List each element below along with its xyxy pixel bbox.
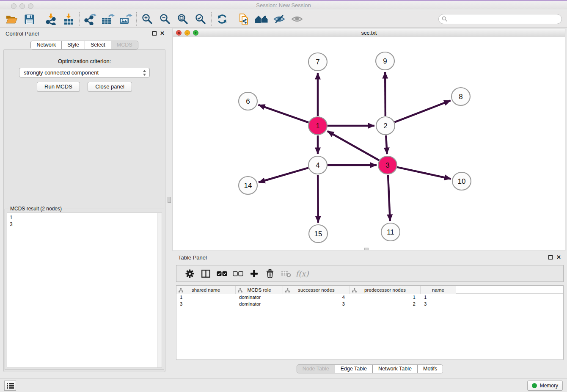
svg-text:8: 8 <box>459 93 462 101</box>
float-panel-icon[interactable] <box>152 31 157 36</box>
graph-edge-4-15[interactable] <box>318 175 318 223</box>
clone-network-button[interactable] <box>237 12 251 26</box>
export-table-button[interactable] <box>101 12 115 26</box>
column-tree-icon <box>238 288 242 293</box>
memory-button[interactable]: Memory <box>527 381 563 391</box>
clone-network-icon <box>238 13 249 25</box>
tab-motifs[interactable]: Motifs <box>417 365 443 373</box>
svg-text:10: 10 <box>458 177 466 185</box>
tab-network[interactable]: Network <box>31 41 61 49</box>
toolbar-separator <box>79 12 80 26</box>
export-network-icon <box>84 14 96 25</box>
export-network-button[interactable] <box>83 12 97 26</box>
graph-node-15[interactable]: 15 <box>309 225 328 243</box>
save-session-button[interactable] <box>22 12 36 26</box>
tab-mcds[interactable]: MCDS <box>111 41 138 49</box>
graph-edge-2-9[interactable] <box>385 72 385 116</box>
graph-node-2[interactable]: 2 <box>376 117 395 135</box>
export-image-button[interactable] <box>118 12 133 26</box>
open-session-button[interactable] <box>4 12 19 26</box>
graph-node-11[interactable]: 11 <box>381 223 400 241</box>
import-table-button[interactable] <box>61 12 76 26</box>
svg-text:7: 7 <box>316 58 319 66</box>
select-all-button[interactable] <box>215 266 228 281</box>
tab-select[interactable]: Select <box>85 41 111 49</box>
column-header-MCDS-role[interactable]: MCDS role <box>236 286 283 294</box>
canvas-resize-handle[interactable] <box>364 248 369 250</box>
table-row[interactable]: 3dominator323 <box>176 301 563 307</box>
graph-edge-2-8[interactable] <box>394 100 450 122</box>
zoom-selected-button[interactable] <box>193 12 208 26</box>
graph-edge-3-10[interactable] <box>397 167 451 179</box>
float-table-panel-icon[interactable] <box>548 255 553 259</box>
tab-edge-table[interactable]: Edge Table <box>335 365 372 373</box>
main-area: Control Panel ✕ Network Style Select MCD… <box>0 28 567 378</box>
network-view-window: ✕ − + scc.txt 1234678910111415 <box>173 28 565 251</box>
table-cell[interactable]: 1 <box>421 294 456 301</box>
graph-edge-3-1[interactable] <box>328 131 379 160</box>
close-table-panel-icon[interactable]: ✕ <box>556 254 561 260</box>
result-scrollbar[interactable] <box>157 213 162 367</box>
task-history-button[interactable] <box>4 381 16 391</box>
graph-node-8[interactable]: 8 <box>451 88 470 105</box>
tab-node-table[interactable]: Node Table <box>297 365 335 373</box>
zoom-in-button[interactable] <box>140 12 154 26</box>
table-cell[interactable]: 4 <box>283 294 350 301</box>
table-panel-title: Table Panel <box>178 254 207 261</box>
hide-selected-button[interactable] <box>272 12 286 26</box>
function-builder-button[interactable]: f(x) <box>296 266 308 281</box>
graph-edge-1-6[interactable] <box>259 105 309 123</box>
table-cell[interactable]: 1 <box>176 294 236 301</box>
column-header-shared-name[interactable]: shared name <box>176 286 236 294</box>
graph-node-7[interactable]: 7 <box>308 53 327 71</box>
graph-node-6[interactable]: 6 <box>239 92 257 110</box>
table-cell[interactable]: 2 <box>350 301 421 307</box>
table-cell[interactable]: 1 <box>350 294 421 301</box>
graph-node-9[interactable]: 9 <box>376 52 394 70</box>
toolbar-separator <box>40 12 40 26</box>
table-cell[interactable]: 3 <box>421 301 456 307</box>
column-browser-button[interactable] <box>199 266 212 281</box>
column-header-predecessor-nodes[interactable]: predecessor nodes <box>350 286 421 294</box>
import-network-button[interactable] <box>44 12 58 26</box>
run-mcds-button[interactable]: Run MCDS <box>37 82 80 92</box>
unselect-all-button[interactable] <box>231 266 244 281</box>
graph-edge-2-3[interactable] <box>386 135 387 154</box>
refresh-button[interactable] <box>215 12 229 26</box>
search-input[interactable] <box>438 14 562 24</box>
criterion-value: strongly connected component <box>24 69 99 76</box>
zoom-fit-button[interactable] <box>176 12 190 26</box>
table-cell[interactable]: dominator <box>236 294 283 301</box>
table-cell[interactable]: 3 <box>283 301 350 307</box>
network-canvas[interactable]: 1234678910111415 <box>173 37 565 251</box>
zoom-out-button[interactable] <box>158 12 172 26</box>
graph-node-3[interactable]: 3 <box>378 156 397 174</box>
show-hidden-button[interactable] <box>290 12 304 26</box>
first-neighbors-button[interactable] <box>254 12 269 26</box>
graph-node-10[interactable]: 10 <box>452 172 471 190</box>
graph-edge-3-11[interactable] <box>388 175 390 221</box>
table-cell[interactable]: dominator <box>236 301 283 307</box>
dropdown-stepper-icon <box>143 69 146 76</box>
delete-table-icon <box>281 270 291 278</box>
close-panel-button[interactable]: Close panel <box>88 82 132 92</box>
add-row-button[interactable] <box>248 266 260 281</box>
delete-table-button[interactable] <box>280 266 292 281</box>
table-settings-button[interactable] <box>183 266 196 281</box>
delete-row-button[interactable] <box>264 266 276 281</box>
table-cell[interactable]: 3 <box>176 301 236 307</box>
tab-network-table[interactable]: Network Table <box>372 365 417 373</box>
column-header-successor-nodes[interactable]: successor nodes <box>283 286 350 294</box>
gear-icon <box>185 269 194 278</box>
network-window-titlebar[interactable]: ✕ − + scc.txt <box>173 28 565 37</box>
graph-edge-4-14[interactable] <box>259 168 308 182</box>
graph-node-4[interactable]: 4 <box>308 156 327 174</box>
close-panel-icon[interactable]: ✕ <box>160 30 165 36</box>
tab-style[interactable]: Style <box>61 41 85 49</box>
graph-node-1[interactable]: 1 <box>308 117 327 135</box>
panel-splitter-handle[interactable] <box>168 197 171 203</box>
column-header-name[interactable]: name <box>421 286 456 294</box>
graph-node-14[interactable]: 14 <box>239 177 257 194</box>
criterion-dropdown[interactable]: strongly connected component <box>19 68 150 77</box>
table-row[interactable]: 1dominator411 <box>176 294 563 301</box>
